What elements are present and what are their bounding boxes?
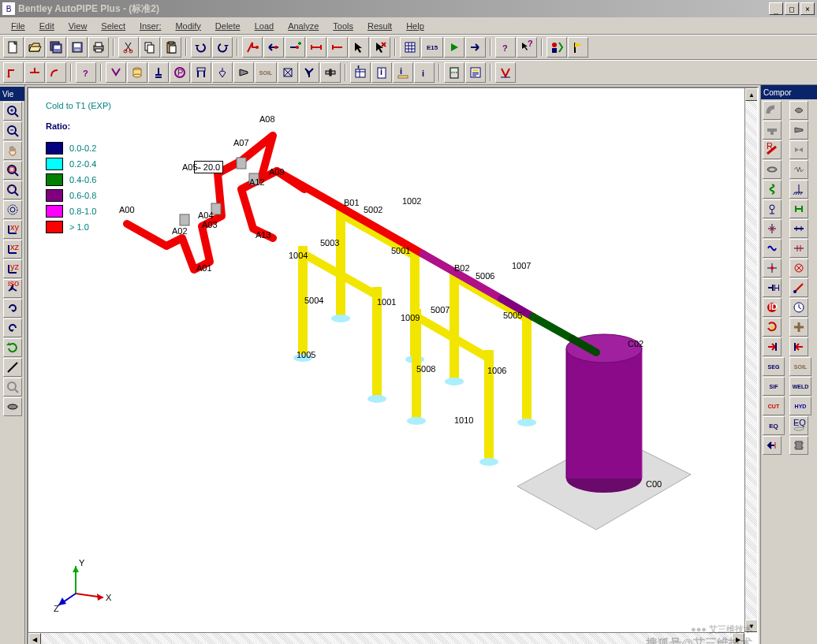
menu-load[interactable]: Load <box>248 19 280 33</box>
soil2-icon[interactable]: SOIL <box>789 357 811 376</box>
cut-icon[interactable] <box>118 37 139 58</box>
info-i-icon[interactable]: i <box>414 62 435 83</box>
hyd-icon[interactable]: HYD <box>789 396 811 415</box>
menu-delete[interactable]: Delete <box>209 19 247 33</box>
arrow-icon[interactable] <box>349 37 369 58</box>
clock-icon[interactable] <box>789 298 808 317</box>
spring-icon[interactable] <box>763 180 782 199</box>
iso-icon[interactable] <box>278 62 298 83</box>
rotating2-icon[interactable] <box>763 318 782 337</box>
paste-icon[interactable] <box>161 37 181 58</box>
menu-modify[interactable]: Modify <box>169 19 207 33</box>
select-point-icon[interactable] <box>242 37 263 58</box>
rotate-ccw-icon[interactable] <box>3 318 22 337</box>
play-icon[interactable] <box>444 37 464 58</box>
select-add-icon[interactable] <box>285 37 305 58</box>
flange-icon[interactable] <box>320 62 341 83</box>
help-icon[interactable]: ? <box>495 37 516 58</box>
offset-icon[interactable] <box>763 259 782 277</box>
grid-icon[interactable] <box>400 37 420 58</box>
copy-icon[interactable] <box>140 37 160 58</box>
guide-icon[interactable] <box>763 199 782 218</box>
close-button[interactable]: × <box>800 2 815 15</box>
maximize-button[interactable]: □ <box>785 2 799 15</box>
menu-select[interactable]: Select <box>95 19 132 33</box>
horizontal-scrollbar[interactable]: ◀ ▶ <box>28 632 744 644</box>
menu-file[interactable]: File <box>5 19 32 33</box>
line-icon[interactable] <box>3 358 22 377</box>
scroll-track-h[interactable] <box>41 633 732 644</box>
valve-comp-icon[interactable] <box>789 140 808 159</box>
refresh-icon[interactable] <box>3 338 22 357</box>
valve-v-icon[interactable] <box>106 62 126 83</box>
minimize-button[interactable]: _ <box>769 2 783 15</box>
goto-icon[interactable] <box>465 37 486 58</box>
decrement-icon[interactable] <box>763 436 782 455</box>
menu-result[interactable]: Result <box>361 19 398 33</box>
redo-icon[interactable] <box>212 37 233 58</box>
save-all-icon[interactable] <box>46 37 66 58</box>
snubber-icon[interactable] <box>789 199 808 218</box>
eq2-icon[interactable]: EQ <box>789 416 808 435</box>
restraint-h-icon[interactable]: H <box>763 278 782 297</box>
axis-xz-icon[interactable]: xz <box>3 240 22 259</box>
info-sheet-icon[interactable]: i <box>371 62 392 83</box>
nozzle-icon[interactable] <box>763 239 782 258</box>
weld-icon[interactable]: WELD <box>789 377 811 396</box>
sif-icon[interactable]: SIF <box>763 377 785 396</box>
scroll-track-v[interactable] <box>745 101 757 620</box>
axis-iso-icon[interactable]: iso <box>3 279 22 298</box>
menu-edit[interactable]: Edit <box>33 19 61 33</box>
id-icon[interactable]: ID <box>763 298 782 317</box>
bend-icon[interactable] <box>789 101 808 120</box>
zoom-in-icon[interactable] <box>3 102 22 121</box>
rotating-icon[interactable] <box>789 239 808 258</box>
menu-help[interactable]: Help <box>400 19 431 33</box>
vertical-scrollbar[interactable]: ▲ ▼ <box>744 88 757 632</box>
e15-icon[interactable]: E15 <box>421 37 443 58</box>
print-icon[interactable] <box>88 37 109 58</box>
menu-tools[interactable]: Tools <box>326 19 360 33</box>
slash-icon[interactable] <box>789 278 808 297</box>
select-single-icon[interactable] <box>327 37 348 58</box>
beam-icon[interactable]: R <box>763 140 782 159</box>
cancel-select-icon[interactable] <box>370 37 390 58</box>
menu-insert[interactable]: Inser: <box>133 19 168 33</box>
arrow-to-icon[interactable] <box>763 337 782 356</box>
scroll-down-button[interactable]: ▼ <box>745 620 758 632</box>
report-icon[interactable] <box>465 62 486 83</box>
reducer-icon[interactable] <box>233 62 254 83</box>
scroll-up-button[interactable]: ▲ <box>745 88 758 101</box>
zoom-ext-icon[interactable] <box>3 181 22 199</box>
scroll-right-button[interactable]: ▶ <box>732 633 744 644</box>
pipe-bend-icon[interactable] <box>46 62 66 83</box>
open-icon[interactable] <box>24 37 45 58</box>
help2-icon[interactable]: ? <box>76 62 96 83</box>
expansion-icon[interactable] <box>789 160 808 179</box>
tee-comp-icon[interactable] <box>763 121 782 140</box>
pipe-tee-icon[interactable] <box>24 62 45 83</box>
frame-icon[interactable] <box>191 62 211 83</box>
seg-icon[interactable]: SEG <box>763 357 785 376</box>
tee3-icon[interactable] <box>789 318 808 337</box>
anchor-icon[interactable]: P <box>170 62 190 83</box>
info-bar-icon[interactable]: i <box>393 62 413 83</box>
hanger-icon[interactable] <box>212 62 233 83</box>
cylinder-icon[interactable] <box>127 62 147 83</box>
rigid-icon[interactable] <box>789 219 808 238</box>
flex-icon[interactable] <box>763 219 782 238</box>
zoom-prev-icon[interactable] <box>3 378 22 396</box>
component-icon[interactable] <box>3 397 22 416</box>
zoom-all-icon[interactable] <box>3 200 22 219</box>
zoom-rect-icon[interactable] <box>3 161 22 180</box>
calc-icon[interactable] <box>444 62 464 83</box>
pipe-run-icon[interactable] <box>3 62 24 83</box>
new-icon[interactable] <box>3 37 24 58</box>
model-viewport[interactable]: Cold to T1 (EXP) Ratio: 0.0-0.2 0.2-0.4 … <box>27 87 759 644</box>
zoom-out-icon[interactable] <box>3 121 22 140</box>
select-prev-icon[interactable] <box>263 37 284 58</box>
wizard-icon[interactable] <box>547 37 567 58</box>
pan-icon[interactable] <box>3 141 22 160</box>
cut-label-icon[interactable]: CUT <box>763 396 785 415</box>
save-icon[interactable] <box>67 37 88 58</box>
